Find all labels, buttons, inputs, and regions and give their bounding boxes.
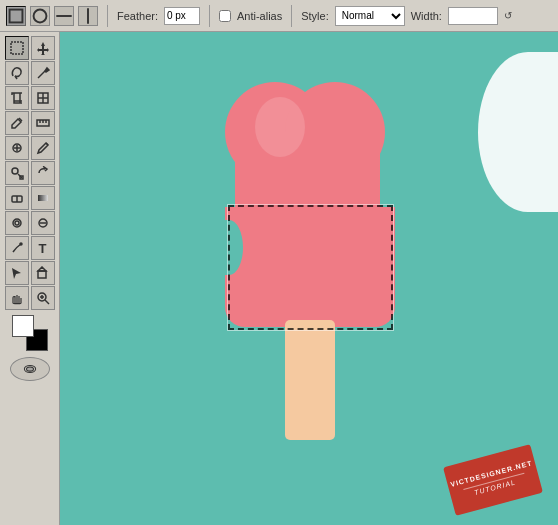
history-brush-tool[interactable] [31,161,55,185]
clone-stamp-tool[interactable] [5,161,29,185]
svg-point-22 [12,168,18,174]
anti-alias-label: Anti-alias [237,10,282,22]
blur-tool[interactable] [5,211,29,235]
tool-row-2 [5,61,55,85]
slice-tool[interactable] [31,86,55,110]
marquee-ellipse-mode-btn[interactable] [30,6,50,26]
svg-line-36 [45,300,49,304]
feather-label: Feather: [117,10,158,22]
style-select[interactable]: Normal Fixed Ratio Fixed Size [335,6,405,26]
toolbar: Feather: Anti-alias Style: Normal Fixed … [0,0,558,32]
tool-row-3 [5,86,55,110]
toolbar-separator-2 [209,5,210,27]
quick-mask-btn[interactable] [10,357,50,381]
svg-point-28 [15,221,19,225]
marquee-rect-tool[interactable] [5,36,29,60]
lasso-tool[interactable] [5,61,29,85]
white-blob-decoration [478,52,558,212]
svg-marker-32 [12,268,21,279]
toolbox: T [0,32,60,525]
zoom-tool[interactable] [31,286,55,310]
ice-highlight [255,97,305,157]
color-swatches [12,315,48,351]
watermark-stamp: VICTDESIGNER.NET TUTORIAL [443,444,543,516]
marquee-rect-mode-btn[interactable] [6,6,26,26]
svg-rect-33 [38,271,46,278]
rotate-icon[interactable]: ↺ [504,10,512,21]
svg-point-40 [26,367,33,371]
svg-point-27 [13,219,21,227]
tool-mode-group [6,6,98,26]
brush-tool[interactable] [31,136,55,160]
spot-healing-tool[interactable] [5,136,29,160]
main-area: T [0,32,558,525]
svg-rect-26 [38,195,48,201]
width-label: Width: [411,10,442,22]
popsicle-stick [285,320,335,440]
svg-marker-5 [37,42,49,55]
svg-rect-4 [11,42,23,54]
svg-line-7 [38,71,45,78]
color-section [10,315,50,381]
anti-alias-checkbox[interactable] [219,10,231,22]
svg-rect-0 [10,9,23,22]
feather-input[interactable] [164,7,200,25]
tool-row-6 [5,161,55,185]
foreground-color-swatch[interactable] [12,315,34,337]
pen-tool[interactable] [5,236,29,260]
eraser-tool[interactable] [5,186,29,210]
svg-line-21 [46,143,48,145]
ruler-tool[interactable] [31,111,55,135]
tool-row-10 [5,261,55,285]
ice-left-indent [215,220,243,275]
move-tool[interactable] [31,36,55,60]
path-selection-tool[interactable] [5,261,29,285]
style-label: Style: [301,10,329,22]
gradient-tool[interactable] [31,186,55,210]
quick-mask-section [10,357,50,381]
single-row-mode-btn[interactable] [54,6,74,26]
ice-upper-fill [235,132,380,212]
svg-point-31 [20,243,22,245]
icecream-illustration [210,72,410,432]
text-tool[interactable]: T [31,236,55,260]
tool-row-5 [5,136,55,160]
toolbar-separator-1 [107,5,108,27]
tool-row-1 [5,36,55,60]
svg-marker-34 [38,267,46,271]
ice-upper-body [225,82,395,212]
canvas-area[interactable]: VICTDESIGNER.NET TUTORIAL [60,32,558,525]
tool-row-7 [5,186,55,210]
svg-point-1 [34,9,47,22]
shape-tool[interactable] [31,261,55,285]
eyedropper-tool[interactable] [5,111,29,135]
magic-wand-tool[interactable] [31,61,55,85]
tool-row-8 [5,211,55,235]
hand-tool[interactable] [5,286,29,310]
tool-row-11 [5,286,55,310]
tool-row-4 [5,111,55,135]
toolbar-separator-3 [291,5,292,27]
dodge-tool[interactable] [31,211,55,235]
ice-lower-body [225,207,395,327]
tool-row-9: T [5,236,55,260]
width-input[interactable] [448,7,498,25]
crop-tool[interactable] [5,86,29,110]
single-col-mode-btn[interactable] [78,6,98,26]
